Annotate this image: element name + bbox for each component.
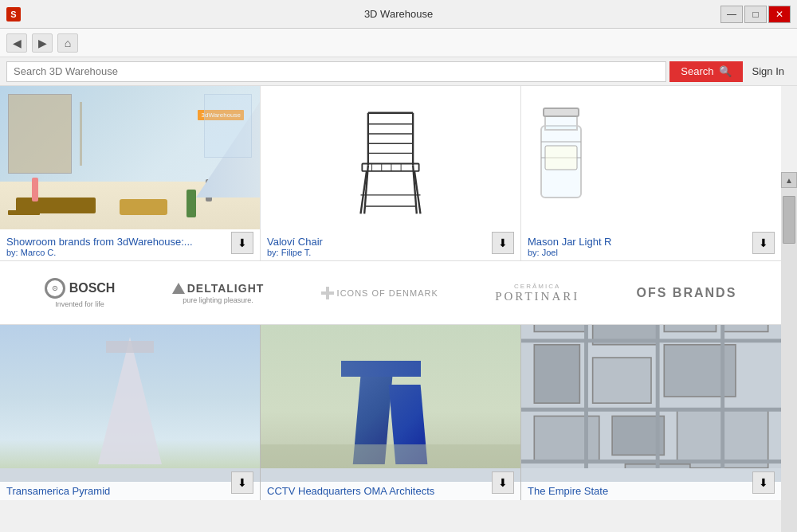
svg-rect-7 — [362, 164, 418, 171]
search-bar: Search 🔍 Sign In — [0, 57, 797, 86]
empire-download-button[interactable]: ⬇ — [752, 471, 775, 494]
brand-ofs[interactable]: OFS BRANDS — [637, 286, 737, 300]
sign-in-button[interactable]: Sign In — [746, 65, 791, 77]
svg-rect-25 — [534, 325, 586, 332]
bosch-name: BOSCH — [69, 281, 116, 295]
showroom-info: Showroom brands from 3dWarehouse:... by:… — [0, 233, 260, 260]
model-card-showroom[interactable]: 3dWarehouse Showroom brands from 3dWareh… — [0, 86, 261, 260]
brands-section: ⊙ BOSCH Invented for life DELTALIGHT pur… — [0, 261, 781, 325]
transamerica-tower-shape — [98, 337, 162, 464]
home-button[interactable]: ⌂ — [57, 33, 78, 53]
svg-rect-30 — [593, 358, 651, 403]
nav-bar: ◀ ▶ ⌂ — [0, 29, 797, 57]
cctv-background — [261, 325, 520, 468]
back-button[interactable]: ◀ — [6, 33, 27, 53]
brand-deltalight[interactable]: DELTALIGHT pure lighting pleasure. — [172, 282, 265, 304]
arch-image-empire — [521, 325, 781, 468]
portinari-sub: CERÂMICA — [514, 283, 560, 290]
showroom-title: Showroom brands from 3dWarehouse:... — [6, 236, 253, 248]
cctv-info: CCTV Headquarters OMA Architects — [261, 482, 520, 500]
mason-download-button[interactable]: ⬇ — [752, 232, 775, 254]
svg-rect-31 — [664, 345, 736, 397]
mason-jar-svg — [529, 94, 593, 221]
chair-download-button[interactable]: ⬇ — [492, 232, 514, 254]
minimize-button[interactable]: — — [720, 6, 743, 23]
chair-author: by: Filipe T. — [267, 248, 514, 257]
scrollbar: ▲ ▼ — [781, 172, 797, 532]
svg-rect-32 — [534, 416, 599, 461]
mason-author: by: Joel — [528, 248, 775, 257]
bosch-ring-icon: ⊙ — [45, 278, 65, 299]
brand-icons-denmark[interactable]: ICONS OF DENMARK — [321, 287, 438, 299]
svg-rect-23 — [545, 146, 577, 170]
transamerica-info: Transamerica Pyramid — [0, 482, 260, 500]
search-icon: 🔍 — [719, 65, 732, 77]
transamerica-title: Transamerica Pyramid — [6, 485, 253, 497]
chair-title: Valoví Chair — [267, 236, 514, 248]
bosch-logo-container: ⊙ BOSCH — [45, 278, 116, 299]
showroom-couch — [120, 199, 167, 215]
search-input[interactable] — [6, 61, 666, 82]
transamerica-base-shape — [106, 341, 154, 353]
arch-card-transamerica[interactable]: Transamerica Pyramid ⬇ — [0, 325, 261, 500]
scroll-up-button[interactable]: ▲ — [781, 172, 797, 188]
svg-rect-27 — [664, 325, 716, 332]
brand-bosch[interactable]: ⊙ BOSCH Invented for life — [45, 278, 116, 308]
empire-background — [521, 325, 781, 468]
showroom-window — [204, 94, 252, 158]
icons-cross-icon — [321, 287, 334, 299]
architecture-section: Transamerica Pyramid ⬇ — [0, 325, 781, 500]
transamerica-download-button[interactable]: ⬇ — [231, 471, 253, 494]
ofs-name: OFS BRANDS — [637, 286, 737, 300]
search-button-label: Search — [681, 65, 713, 77]
transamerica-tower-wrapper — [98, 337, 162, 468]
arch-card-cctv[interactable]: CCTV Headquarters OMA Architects ⬇ — [261, 325, 521, 500]
model-card-mason[interactable]: Mason Jar Light R by: Joel ⬇ — [521, 86, 781, 260]
arch-card-empire[interactable]: The Empire State ⬇ — [521, 325, 781, 500]
arch-image-transamerica — [0, 325, 260, 468]
title-bar: S 3D Warehouse — □ ✕ — [0, 0, 797, 29]
search-button[interactable]: Search 🔍 — [669, 61, 742, 82]
app-window: S 3D Warehouse — □ ✕ ◀ ▶ ⌂ Search 🔍 Sign… — [0, 0, 797, 532]
deltalight-tagline: pure lighting pleasure. — [183, 296, 253, 304]
mason-info: Mason Jar Light R by: Joel — [521, 233, 781, 260]
showroom-plant — [186, 190, 196, 217]
brand-portinari[interactable]: CERÂMICA PORTINARI — [495, 283, 579, 303]
deltalight-logo-container: DELTALIGHT — [172, 282, 265, 295]
svg-rect-20 — [544, 108, 579, 116]
mason-background — [521, 86, 781, 229]
empire-svg — [521, 325, 781, 468]
icons-name: ICONS OF DENMARK — [337, 288, 438, 298]
forward-button[interactable]: ▶ — [32, 33, 53, 53]
cctv-ground — [261, 444, 520, 468]
cctv-download-button[interactable]: ⬇ — [492, 471, 514, 494]
svg-rect-29 — [534, 345, 579, 403]
close-button[interactable]: ✕ — [768, 6, 791, 23]
portinari-name: PORTINARI — [495, 290, 579, 303]
maximize-button[interactable]: □ — [744, 6, 767, 23]
chair-svg — [343, 98, 438, 217]
showroom-wall — [8, 94, 72, 174]
cctv-title: CCTV Headquarters OMA Architects — [267, 485, 514, 497]
showroom-download-button[interactable]: ⬇ — [231, 232, 253, 254]
title-bar-left: S — [6, 7, 21, 22]
app-icon: S — [6, 7, 21, 22]
showroom-person1 — [32, 178, 38, 201]
scrollbar-thumb[interactable] — [783, 196, 795, 244]
showroom-shelf — [8, 210, 40, 215]
content-wrapper: 3dWarehouse Showroom brands from 3dWareh… — [0, 86, 797, 532]
empire-info: The Empire State — [521, 482, 781, 500]
showroom-author: by: Marco C. — [6, 248, 253, 257]
model-card-chair[interactable]: Valoví Chair by: Filipe T. ⬇ — [261, 86, 521, 260]
chair-background — [261, 86, 520, 229]
chair-info: Valoví Chair by: Filipe T. — [261, 233, 520, 260]
icons-logo-container: ICONS OF DENMARK — [321, 287, 438, 299]
model-image-showroom: 3dWarehouse — [0, 86, 260, 229]
empire-title: The Empire State — [528, 485, 775, 497]
mason-title: Mason Jar Light R — [528, 236, 775, 248]
content-area: 3dWarehouse Showroom brands from 3dWareh… — [0, 86, 781, 532]
svg-rect-28 — [723, 325, 768, 332]
featured-models-section: 3dWarehouse Showroom brands from 3dWareh… — [0, 86, 781, 261]
showroom-pillar — [80, 102, 82, 166]
app-icon-letter: S — [10, 10, 16, 19]
